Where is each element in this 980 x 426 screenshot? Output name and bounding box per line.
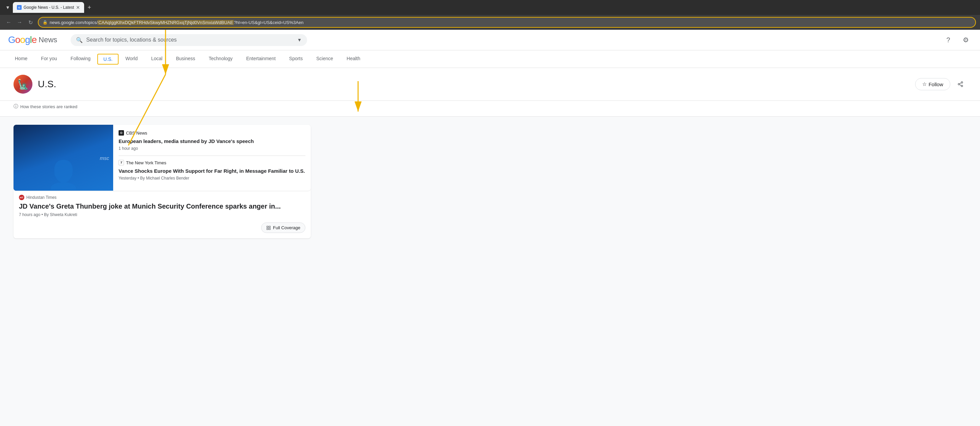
tab-sports[interactable]: Sports xyxy=(282,50,309,68)
header-actions: ? ⚙ xyxy=(942,34,972,46)
article-info: ⊙ CBS News European leaders, media stunn… xyxy=(113,125,311,191)
cbs-source-name: CBS News xyxy=(126,131,147,136)
tab-favicon: G xyxy=(17,5,22,10)
ht-favicon: HT xyxy=(19,195,24,200)
svg-rect-6 xyxy=(269,226,270,227)
tab-for-you[interactable]: For you xyxy=(34,50,64,68)
full-coverage-label: Full Coverage xyxy=(273,225,300,230)
svg-rect-5 xyxy=(267,226,268,227)
ranking-info: ⓘ How these stories are ranked xyxy=(0,101,980,116)
nyt-favicon: T xyxy=(119,160,124,165)
address-base: news.google.com/topics/ xyxy=(50,20,98,25)
svg-line-4 xyxy=(959,83,961,84)
nyt-source-row: T The New York Times xyxy=(119,160,305,165)
nav-buttons: ← → ↻ xyxy=(4,18,35,27)
topic-avatar-icon: 🗽 xyxy=(17,79,29,90)
full-coverage-icon xyxy=(266,225,271,230)
cbs-source-row: ⊙ CBS News xyxy=(119,130,305,136)
hindustan-article: HT Hindustan Times JD Vance's Greta Thun… xyxy=(14,191,311,220)
tab-us[interactable]: U.S. xyxy=(97,54,119,65)
news-logo-text: News xyxy=(38,35,57,44)
tab-local[interactable]: Local xyxy=(145,50,169,68)
topic-header: 🗽 U.S. ☆ Follow xyxy=(0,68,980,101)
tab-world[interactable]: World xyxy=(119,50,144,68)
svg-rect-8 xyxy=(269,228,270,230)
svg-point-1 xyxy=(958,83,960,85)
full-coverage-row: Full Coverage xyxy=(14,220,311,238)
ranking-text[interactable]: How these stories are ranked xyxy=(20,104,77,109)
msc-label: msc xyxy=(100,155,110,161)
ht-time: 7 hours ago xyxy=(19,212,40,217)
svg-line-3 xyxy=(959,85,961,86)
tab-title: Google News - U.S. - Latest xyxy=(24,5,74,10)
nyt-byline: By Michael Charles Bender xyxy=(140,176,189,180)
address-text: news.google.com/topics/CAAqIggKIhxDQkFTR… xyxy=(50,20,971,25)
back-button[interactable]: ← xyxy=(4,18,14,27)
active-tab[interactable]: G Google News - U.S. - Latest ✕ xyxy=(13,2,84,13)
address-bar[interactable]: 🔒 news.google.com/topics/CAAqIggKIhxDQkF… xyxy=(38,17,976,28)
person-silhouette: 👤 xyxy=(47,159,80,191)
cbs-meta: 1 hour ago xyxy=(119,146,305,151)
search-icon: 🔍 xyxy=(76,37,83,43)
cbs-headline[interactable]: European leaders, media stunned by JD Va… xyxy=(119,137,305,145)
main-content: 👤 msc ⊙ CBS News European leaders, media… xyxy=(0,116,406,246)
info-icon: ⓘ xyxy=(14,104,18,110)
follow-label: Follow xyxy=(929,81,943,87)
nyt-source-name: The New York Times xyxy=(126,160,166,165)
svg-point-0 xyxy=(961,82,963,83)
refresh-button[interactable]: ↻ xyxy=(25,18,35,27)
search-container[interactable]: 🔍 Search for topics, locations & sources… xyxy=(71,34,307,46)
tab-home[interactable]: Home xyxy=(8,50,34,68)
search-dropdown-icon[interactable]: ▼ xyxy=(297,37,302,43)
site-header: Google News 🔍 Search for topics, locatio… xyxy=(0,30,980,50)
topic-title: U.S. xyxy=(38,79,56,89)
logo-container[interactable]: Google News xyxy=(8,35,57,45)
tab-technology[interactable]: Technology xyxy=(202,50,240,68)
tab-science[interactable]: Science xyxy=(309,50,340,68)
address-params: ?hl=en-US&gl=US&ceid=US%3Aen xyxy=(234,20,303,25)
follow-button[interactable]: ☆ Follow xyxy=(915,78,950,90)
help-button[interactable]: ? xyxy=(942,34,955,46)
page-content: Google News 🔍 Search for topics, locatio… xyxy=(0,30,980,426)
share-button[interactable] xyxy=(955,78,966,90)
browser-tabs: ▼ G Google News - U.S. - Latest ✕ + xyxy=(4,2,93,13)
tab-business[interactable]: Business xyxy=(169,50,202,68)
topic-actions: ☆ Follow xyxy=(915,78,966,90)
nyt-meta: Yesterday • By Michael Charles Bender xyxy=(119,176,305,180)
ht-headline[interactable]: JD Vance's Greta Thunberg joke at Munich… xyxy=(19,201,305,211)
tab-close-button[interactable]: ✕ xyxy=(76,5,80,10)
address-lock-icon: 🔒 xyxy=(43,20,48,25)
navigation-bar: ← → ↻ 🔒 news.google.com/topics/CAAqIggKI… xyxy=(0,15,980,30)
cbs-favicon: ⊙ xyxy=(119,130,124,136)
svg-point-2 xyxy=(961,85,963,87)
ht-meta: 7 hours ago • By Shweta Kukreti xyxy=(19,212,305,217)
ht-source-name: Hindustan Times xyxy=(26,195,56,200)
topic-avatar: 🗽 xyxy=(14,75,32,94)
page-wrapper: ▼ G Google News - U.S. - Latest ✕ + ← → … xyxy=(0,0,980,426)
nav-tabs: Home For you Following U.S. World Local … xyxy=(0,50,980,68)
search-input[interactable]: Search for topics, locations & sources xyxy=(86,37,294,43)
full-coverage-button[interactable]: Full Coverage xyxy=(261,222,305,233)
article-card: 👤 msc ⊙ CBS News European leaders, media… xyxy=(14,125,311,238)
nyt-headline[interactable]: Vance Shocks Europe With Support for Far… xyxy=(119,168,305,174)
tab-health[interactable]: Health xyxy=(340,50,367,68)
article-image: 👤 msc xyxy=(14,125,113,191)
google-logo-text: Google xyxy=(8,35,37,45)
tab-entertainment[interactable]: Entertainment xyxy=(240,50,282,68)
star-icon: ☆ xyxy=(922,81,927,87)
settings-button[interactable]: ⚙ xyxy=(960,34,972,46)
new-tab-button[interactable]: + xyxy=(86,4,93,11)
svg-rect-7 xyxy=(267,228,268,230)
nyt-time: Yesterday xyxy=(119,176,137,180)
forward-button[interactable]: → xyxy=(15,18,24,27)
article-section: 👤 msc ⊙ CBS News European leaders, media… xyxy=(14,125,311,191)
tab-following[interactable]: Following xyxy=(64,50,97,68)
ht-source-row: HT Hindustan Times xyxy=(19,195,305,200)
browser-chrome: ▼ G Google News - U.S. - Latest ✕ + xyxy=(0,0,980,15)
ht-byline: By Shweta Kukreti xyxy=(44,212,77,217)
tab-dropdown[interactable]: ▼ xyxy=(4,3,11,11)
address-highlight: CAAqIggKIhxDQkFTRHdvSkwyMHZNRGxqTjNjd0Vn… xyxy=(98,20,234,25)
